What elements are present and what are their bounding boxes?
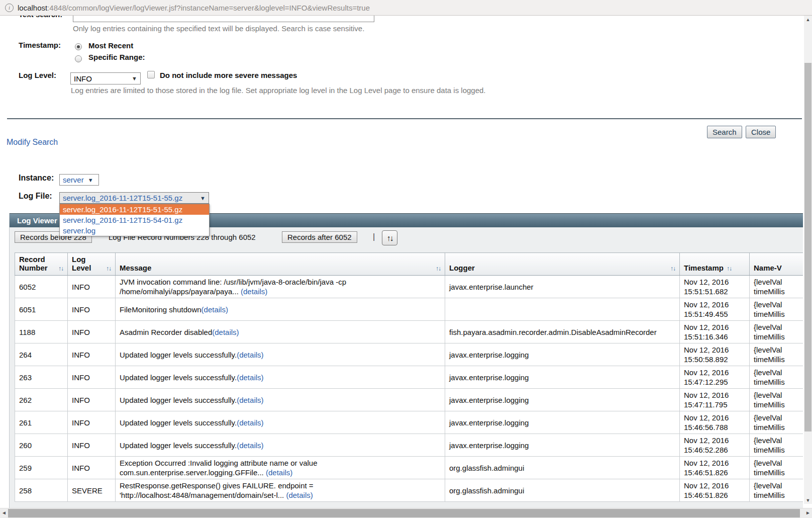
column-header: Message↑↓ [116, 253, 445, 276]
timestamp-most-recent-radio[interactable] [75, 43, 82, 50]
instance-select[interactable]: server ▼ [59, 174, 99, 186]
sort-icon[interactable]: ↑↓ [436, 265, 441, 272]
table-row: 264INFOUpdated logger levels successfull… [15, 343, 803, 366]
timestamp-specific-range-radio[interactable] [75, 55, 82, 62]
message-cell: Updated logger levels successfully.(deta… [116, 366, 445, 389]
details-link[interactable]: (details) [201, 305, 228, 314]
timestamp-cell: Nov 12, 2016 15:46:56.788 [680, 411, 750, 434]
log-level-cell: INFO [68, 298, 116, 321]
browser-url-bar[interactable]: i localhost:4848/common/logViewer/logVie… [0, 0, 812, 16]
details-link[interactable]: (details) [237, 351, 263, 359]
logger-cell: javax.enterprise.logging [445, 366, 680, 389]
logfile-option[interactable]: server.log_2016-11-12T15-51-55.gz [60, 204, 209, 215]
sort-order-toggle-button[interactable]: ↑↓ [382, 230, 397, 245]
message-cell: RestResponse.getResponse() gives FAILURE… [116, 479, 445, 502]
section-divider [7, 118, 802, 119]
table-row: 6051INFOFileMonitoring shutdown(details)… [15, 298, 803, 321]
logger-cell: javax.enterprise.logging [445, 434, 680, 457]
log-level-cell: INFO [68, 457, 116, 479]
log-level-cell: INFO [68, 411, 116, 434]
text-search-help: Only log entries containing the specifie… [73, 24, 364, 33]
table-row: 6052INFOJVM invocation command line: /us… [15, 276, 803, 298]
message-cell: Updated logger levels successfully.(deta… [116, 411, 445, 434]
logger-cell: javax.enterprise.logging [445, 389, 680, 411]
details-link[interactable]: (details) [237, 441, 263, 450]
name-value-cell: {levelVal timeMillis [750, 343, 803, 366]
timestamp-cell: Nov 12, 2016 15:51:16.346 [680, 321, 750, 343]
logger-cell: org.glassfish.admingui [445, 457, 680, 479]
details-link[interactable]: (details) [237, 396, 263, 404]
scroll-right-icon[interactable]: ► [805, 510, 810, 515]
log-level-cell: INFO [68, 389, 116, 411]
search-button[interactable]: Search [707, 126, 742, 138]
name-value-cell: {levelVal timeMillis [750, 457, 803, 479]
name-value-cell: {levelVal timeMillis [750, 366, 803, 389]
record-number-cell: 261 [15, 411, 68, 434]
column-header: Record Number↑↓ [15, 253, 68, 276]
log-file-select[interactable]: server.log_2016-11-12T15-51-55.gz ▼ [59, 192, 209, 204]
site-info-icon[interactable]: i [5, 4, 14, 12]
horizontal-scrollbar[interactable]: ◄ ► [0, 508, 812, 518]
column-header-label: Logger [449, 264, 475, 272]
message-text: RestResponse.getResponse() gives FAILURE… [120, 481, 314, 499]
details-link[interactable]: (details) [212, 328, 239, 336]
logger-cell [445, 298, 680, 321]
timestamp-most-recent-label: Most Recent [88, 41, 133, 50]
details-link[interactable]: (details) [286, 491, 313, 499]
url-path: :4848/common/logViewer/logViewer.jsf?ins… [47, 4, 370, 12]
timestamp-cell: Nov 12, 2016 15:46:51.826 [680, 457, 750, 479]
logfile-option[interactable]: server.log_2016-11-12T15-54-01.gz [60, 215, 209, 225]
vertical-scrollbar-thumb[interactable] [804, 63, 811, 431]
vertical-scrollbar[interactable]: ▲ ▼ [804, 15, 812, 504]
sort-icon[interactable]: ↑↓ [727, 265, 732, 272]
message-cell: Exception Occurred :Invalid logging attr… [116, 457, 445, 479]
name-value-cell: {levelVal timeMillis [750, 389, 803, 411]
logfile-option[interactable]: server.log [60, 225, 209, 236]
record-number-cell: 259 [15, 457, 68, 479]
modify-search-link[interactable]: Modify Search [7, 138, 58, 147]
timestamp-cell: Nov 12, 2016 15:46:52.286 [680, 434, 750, 457]
name-value-cell: {levelVal timeMillis [750, 321, 803, 343]
log-level-help: Log entries are limited to those stored … [71, 86, 486, 95]
scroll-left-icon[interactable]: ◄ [2, 510, 7, 515]
timestamp-cell: Nov 12, 2016 15:47:11.795 [680, 389, 750, 411]
logger-cell: javax.enterprise.logging [445, 411, 680, 434]
scroll-up-icon[interactable]: ▲ [804, 17, 812, 22]
sort-icon[interactable]: ↑↓ [106, 265, 111, 272]
message-cell: FileMonitoring shutdown(details) [116, 298, 445, 321]
log-level-cell: INFO [68, 434, 116, 457]
timestamp-label: Timestamp: [19, 41, 61, 49]
table-row: 262INFOUpdated logger levels successfull… [15, 389, 803, 411]
sort-icon[interactable]: ↑↓ [670, 265, 675, 272]
record-number-cell: 260 [15, 434, 68, 457]
details-link[interactable]: (details) [266, 468, 292, 477]
record-number-cell: 262 [15, 389, 68, 411]
table-row: 263INFOUpdated logger levels successfull… [15, 366, 803, 389]
log-file-label: Log File: [19, 192, 52, 201]
message-cell: Updated logger levels successfully.(deta… [116, 389, 445, 411]
severe-messages-checkbox[interactable] [147, 71, 155, 78]
name-value-cell: {levelVal timeMillis [750, 434, 803, 457]
log-level-cell: INFO [68, 321, 116, 343]
records-after-button[interactable]: Records after 6052 [282, 231, 357, 243]
logger-cell: javax.enterprise.logging [445, 343, 680, 366]
record-number-cell: 258 [15, 479, 68, 502]
scroll-down-icon[interactable]: ▼ [804, 498, 812, 503]
message-cell: Updated logger levels successfully.(deta… [116, 343, 445, 366]
table-header-row: Record Number↑↓Log Level↑↓Message↑↓Logge… [15, 253, 803, 276]
details-link[interactable]: (details) [237, 418, 263, 427]
details-link[interactable]: (details) [237, 373, 263, 382]
log-file-options-dropdown: server.log_2016-11-12T15-51-55.gzserver.… [59, 204, 210, 236]
log-level-cell: SEVERE [68, 479, 116, 502]
timestamp-cell: Nov 12, 2016 15:47:12.295 [680, 366, 750, 389]
record-number-cell: 1188 [15, 321, 68, 343]
sort-icon[interactable]: ↑↓ [58, 265, 63, 272]
close-button[interactable]: Close [746, 126, 776, 138]
log-level-select[interactable]: INFO ▼ [70, 72, 141, 84]
horizontal-scrollbar-thumb[interactable] [8, 509, 800, 517]
log-level-value: INFO [74, 74, 92, 83]
log-level-label: Log Level: [19, 71, 56, 79]
details-link[interactable]: (details) [241, 287, 267, 296]
column-header: Log Level↑↓ [68, 253, 116, 276]
message-text: Asadmin Recorder disabled [120, 328, 212, 336]
